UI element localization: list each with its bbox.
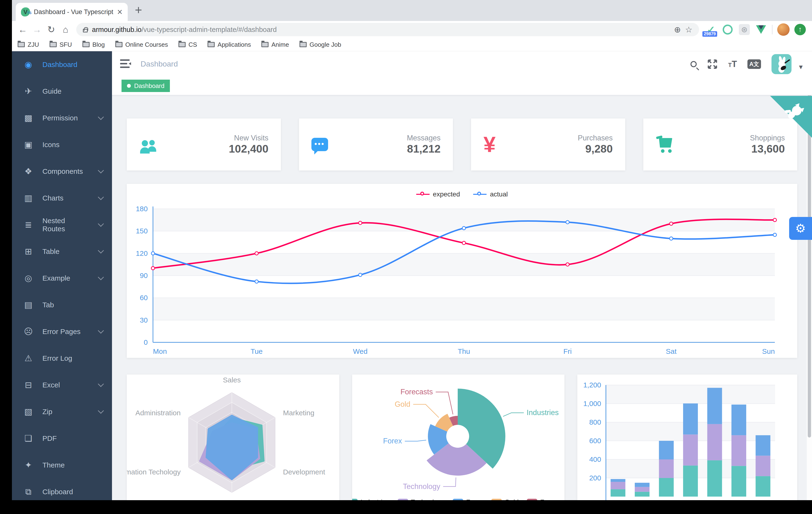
close-icon[interactable]: × [117,7,122,17]
chevron-down-icon [98,381,104,387]
bookmark-item[interactable]: Applications [207,41,251,48]
stat-label: New Visits [234,134,268,142]
example-icon: ◎ [22,273,34,283]
sidebar-item-components[interactable]: ❖Components [12,158,112,185]
extension-badge: 29879 [702,31,717,37]
svg-text:120: 120 [136,249,148,257]
extension-check-icon[interactable]: ✓ 29879 [705,23,717,36]
address-bar[interactable]: armour.github.io/vue-typescript-admin-te… [76,23,699,36]
svg-text:Forex: Forex [383,437,402,445]
browser-tab-strip: VTS Dashboard - Vue Typescript Ad × + [12,0,812,21]
search-icon[interactable] [691,61,697,67]
sidebar-item-excel[interactable]: ⊟Excel [12,372,112,398]
svg-text:Industries: Industries [527,408,558,417]
sidebar-item-tab[interactable]: ▤Tab [12,292,112,318]
bar-chart-card: 2004006008001,0001,200 [577,375,797,501]
svg-text:0: 0 [144,338,148,346]
reload-icon[interactable]: ↻ [45,24,58,35]
react-devtools-icon[interactable]: ⊛ [738,23,751,36]
bookmark-item[interactable]: Online Courses [115,41,168,48]
svg-text:Marketing: Marketing [283,409,315,417]
folder-icon [207,42,215,47]
svg-text:150: 150 [136,227,148,235]
browser-profile-avatar[interactable] [777,23,790,36]
sidebar-item-pdf[interactable]: ❏PDF [12,425,112,452]
bookmark-item[interactable]: Anime [261,41,289,48]
nested-routes-icon: ≣ [22,220,34,230]
money-icon: ¥ [484,134,514,156]
sidebar-item-clipboard[interactable]: ⧉Clipboard [12,479,112,501]
svg-text:30: 30 [140,316,148,324]
sidebar-item-table[interactable]: ⊞Table [12,238,112,265]
new-tab-button[interactable]: + [135,3,142,17]
vue-devtools-icon[interactable] [755,23,767,36]
breadcrumb[interactable]: Dashboard [141,60,178,69]
sidebar-item-nested-routes[interactable]: ≣Nested Routes [12,212,112,238]
svg-text:Administration: Administration [135,409,181,417]
forward-icon[interactable]: → [30,25,44,35]
line-chart-card: expectedactual 0306090120150180MonTueWed… [127,184,797,358]
sidebar-item-dashboard[interactable]: ◉Dashboard [12,51,112,78]
sidebar-item-permission[interactable]: ▩Permission [12,105,112,131]
folder-icon [261,42,268,47]
bookmark-item[interactable]: SFU [50,41,72,48]
folder-icon [50,42,57,47]
font-size-icon[interactable]: TT [728,59,737,69]
legend-item-actual[interactable]: actual [473,190,508,198]
toolbar-divider [772,25,773,34]
sidebar-item-guide[interactable]: ✈Guide [12,78,112,105]
folder-icon [178,42,185,47]
caret-down-icon[interactable]: ▼ [798,63,804,71]
bar-chart: 2004006008001,0001,200 [577,375,782,501]
fullscreen-icon[interactable] [707,59,718,70]
sidebar-item-zip[interactable]: ▧Zip [12,398,112,425]
bookmark-item[interactable]: CS [178,41,197,48]
line-chart: 0306090120150180MonTueWedThuFriSatSun [127,184,782,358]
dashboard-content: ⚙ New Visits102,400•••Messages81,212¥Pur… [112,96,812,501]
stat-value: 102,400 [229,142,268,155]
svg-text:Technology: Technology [403,482,440,491]
url-text: armour.github.io/vue-typescript-admin-te… [92,26,670,34]
translate-icon[interactable]: A文 [748,59,761,69]
svg-text:600: 600 [589,437,601,444]
stat-card-new-visits[interactable]: New Visits102,400 [127,118,281,170]
extension-ring-icon[interactable] [722,23,734,36]
stat-card-purchases[interactable]: ¥Purchases9,280 [471,118,625,170]
folder-icon [115,42,122,47]
sidebar-item-charts[interactable]: ▥Charts [12,185,112,212]
bookmark-item[interactable]: Google Job [299,41,341,48]
user-avatar[interactable] [772,54,791,74]
sidebar-item-error-pages[interactable]: ☹Error Pages [12,318,112,345]
stat-label: Messages [407,134,440,142]
chevron-down-icon [98,328,104,333]
lock-icon [83,29,88,32]
settings-gear-button[interactable]: ⚙ [789,217,812,240]
svg-text:Fri: Fri [563,347,572,355]
update-icon[interactable]: ↑ [794,23,806,36]
chevron-down-icon [98,194,104,200]
github-corner-icon[interactable] [770,96,812,139]
sidebar-item-icons[interactable]: ▣Icons [12,131,112,158]
bookmark-item[interactable]: ZJU [18,41,39,48]
line-chart-legend[interactable]: expectedactual [127,190,797,198]
browser-tab[interactable]: VTS Dashboard - Vue Typescript Ad × [16,3,128,21]
zoom-page-icon[interactable]: ⊕ [674,25,681,34]
bookmark-item[interactable]: Blog [82,41,105,48]
home-icon[interactable]: ⌂ [59,25,72,35]
clipboard-icon: ⧉ [22,487,34,497]
svg-text:Sat: Sat [666,347,677,355]
bookmark-star-icon[interactable]: ☆ [685,25,692,34]
sidebar-item-theme[interactable]: ✦Theme [12,452,112,479]
sidebar-item-error-log[interactable]: ⚠Error Log [12,345,112,372]
stat-card-messages[interactable]: •••Messages81,212 [299,118,453,170]
legend-item-expected[interactable]: expected [416,190,460,198]
hamburger-icon[interactable] [120,59,131,70]
main-area: Dashboard TT A文 ▼ Dashboard [112,51,812,501]
stat-label: Purchases [578,134,613,142]
sidebar-item-example[interactable]: ◎Example [12,265,112,292]
tag-dashboard[interactable]: Dashboard [121,80,170,92]
svg-text:Sales: Sales [223,376,241,384]
folder-icon [299,42,307,47]
svg-text:90: 90 [140,272,148,279]
back-icon[interactable]: ← [16,25,29,35]
